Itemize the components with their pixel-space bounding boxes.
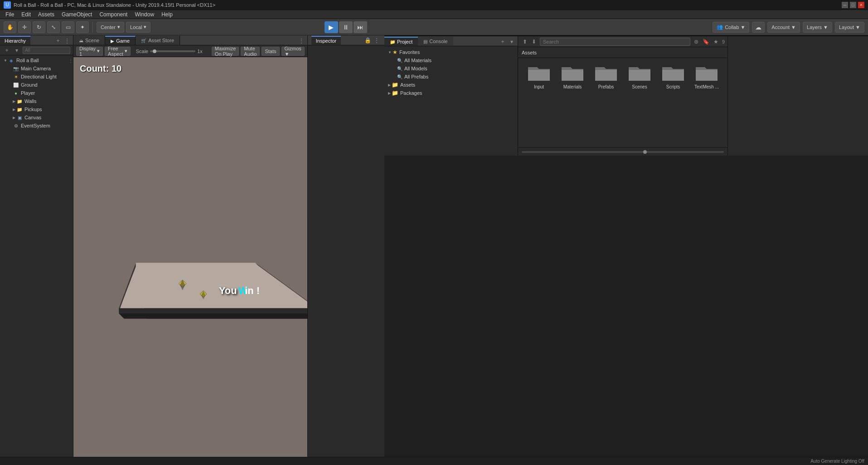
folder-scripts[interactable]: Scripts [657,63,689,89]
all-prefabs-label: All Prefabs [404,74,428,79]
folder-textmesh-label: TextMesh ... [694,84,719,89]
account-button[interactable]: Account ▼ [767,22,800,33]
step-button[interactable]: ⏭ [354,21,367,33]
game-tab[interactable]: ▶ Game [105,36,136,45]
tree-label-walls: Walls [24,98,36,104]
search-icon-2: 🔍 [397,66,402,71]
pause-button[interactable]: ⏸ [339,21,353,33]
hierarchy-tab[interactable]: Hierarchy [0,36,30,45]
zoom-slider[interactable] [522,151,724,153]
gizmos-dropdown[interactable]: Gizmos ▼ [281,47,305,56]
stats-button[interactable]: Stats [262,47,279,56]
scale-slider[interactable] [150,50,195,52]
hierarchy-search-icon[interactable]: + [3,46,11,54]
space-dropdown[interactable]: Local ▾ [126,22,150,33]
pivot-dropdown[interactable]: Center ▾ [97,22,124,33]
inspector-tab[interactable]: Inspector [311,36,341,45]
tree-item-roll-a-ball[interactable]: ▼ ◈ Roll a Ball ⋮ [0,56,73,64]
favorites-expand: ▼ [388,50,392,54]
folder-materials[interactable]: Materials [556,63,589,89]
collab-label: Collab ▼ [725,24,745,30]
scene-tab-label: Scene [85,38,99,43]
tree-item-main-camera[interactable]: 📷 Main Camera [0,64,73,73]
move-tool-button[interactable]: ✛ [18,21,31,33]
menu-file[interactable]: File [2,11,18,18]
folder-scripts-icon [661,63,685,83]
console-tab[interactable]: ▤ Console [418,37,453,46]
menu-help[interactable]: Help [158,11,176,18]
tree-item-eventsystem[interactable]: ⚙ EventSystem [0,122,73,130]
tree-item-canvas[interactable]: ▶ ▣ Canvas [0,113,73,122]
tree-item-pickups[interactable]: ▶ 📁 Pickups [0,105,73,113]
inspector-panel: Inspector 🔒 ⋮ [307,35,384,457]
project-tab[interactable]: 📁 Project [384,37,418,46]
sidebar-item-favorites[interactable]: ▼ ★ Favorites [384,48,518,56]
tree-item-ground[interactable]: ⬜ Ground [0,81,73,89]
svg-marker-5 [119,308,307,313]
pivot-label: Center [101,24,116,30]
space-arrow: ▾ [144,24,146,30]
tree-item-player[interactable]: ● Player [0,89,73,97]
layout-button[interactable]: Layout ▼ [835,22,864,33]
transform-tool-button[interactable]: ✦ [76,21,89,33]
project-add-button[interactable]: + [499,38,507,46]
assets-filter-button-2[interactable]: 🔖 [702,38,710,46]
menu-assets[interactable]: Assets [34,11,58,18]
layers-button[interactable]: Layers ▼ [803,22,832,33]
asset-store-tab[interactable]: 🛒 Asset Store [136,36,180,45]
menu-window[interactable]: Window [131,11,158,18]
hierarchy-item-menu[interactable]: ⋮ [68,58,73,63]
sidebar-item-all-materials[interactable]: 🔍 All Materials [384,56,518,64]
folder-textmesh[interactable]: TextMesh ... [690,63,723,89]
project-dropdown-button[interactable]: ▾ [508,38,516,46]
folder-input[interactable]: Input [523,63,555,89]
maximize-on-play[interactable]: Maximize On Play [212,47,239,56]
display-label: Display 1 [79,46,96,57]
tree-item-directional-light[interactable]: ☀ Directional Light [0,73,73,81]
maximize-button[interactable]: □ [850,2,856,8]
play-button[interactable]: ▶ [325,21,338,33]
hierarchy-tab-label: Hierarchy [5,38,26,44]
close-button[interactable]: ✕ [858,2,864,8]
rect-tool-button[interactable]: ▭ [62,21,74,33]
assets-label: Assets [400,82,415,88]
scale-tool-button[interactable]: ⤡ [47,21,60,33]
assets-path-label: Assets [522,50,537,55]
sidebar-item-assets[interactable]: ▶ 📁 Assets [384,81,518,89]
assets-filter-button-1[interactable]: ⊛ [692,38,700,46]
game-panel-menu[interactable]: ⋮ [297,37,305,45]
menu-gameobject[interactable]: GameObject [58,11,96,18]
assets-panel: ⬆ ⬇ ⊛ 🔖 ★ 9 Assets [518,36,727,156]
inspector-lock-icon[interactable]: 🔒 [364,36,372,44]
assets-search-input[interactable] [540,38,690,46]
hierarchy-menu-button[interactable]: ⋮ [63,37,71,45]
assets-collapse-button[interactable]: ⬇ [530,38,538,46]
tree-item-walls[interactable]: ▶ 📁 Walls [0,97,73,105]
sidebar-item-all-prefabs[interactable]: 🔍 All Prefabs [384,73,518,81]
aspect-dropdown[interactable]: Free Aspect ▾ [105,47,131,56]
display-dropdown[interactable]: Display 1 ▾ [76,47,103,56]
folder-scenes[interactable]: Scenes [623,63,656,89]
assets-expand-button[interactable]: ⬆ [521,38,529,46]
folder-prefabs[interactable]: Prefabs [590,63,622,89]
all-models-label: All Models [404,66,427,71]
hierarchy-dropdown-icon[interactable]: ▾ [13,46,21,54]
hierarchy-add-button[interactable]: + [54,37,62,45]
menu-edit[interactable]: Edit [18,11,34,18]
cloud-button[interactable]: ☁ [752,22,765,33]
inspector-menu-button[interactable]: ⋮ [373,36,381,44]
sidebar-item-all-models[interactable]: 🔍 All Models [384,64,518,73]
hand-tool-button[interactable]: ✋ [4,21,16,33]
menu-bar: File Edit Assets GameObject Component Wi… [0,10,868,19]
menu-component[interactable]: Component [96,11,131,18]
collab-button[interactable]: 👥 Collab ▼ [713,22,749,33]
mute-audio-button[interactable]: Mute Audio [241,47,260,56]
minimize-button[interactable]: ─ [842,2,848,8]
assets-filter-button-3[interactable]: ★ [712,38,720,46]
sidebar-item-packages[interactable]: ▶ 📁 Packages [384,89,518,97]
scene-tab[interactable]: ⛰ Scene [73,36,105,45]
scale-label: Scale [136,49,149,54]
hierarchy-search-box[interactable]: All [23,47,70,54]
rotate-tool-button[interactable]: ↻ [33,21,45,33]
scale-value: 1x [197,49,203,54]
